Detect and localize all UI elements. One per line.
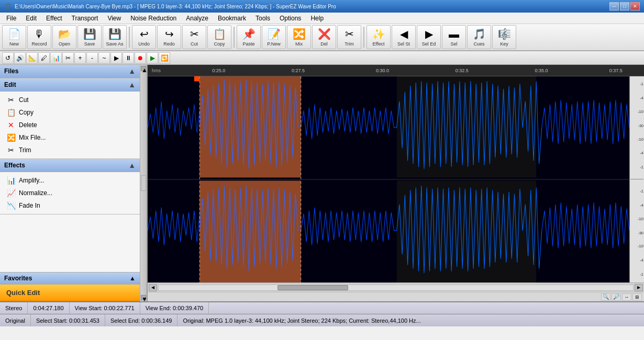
tb2-btn-13[interactable]: ▶ <box>147 52 158 64</box>
timeline-label-hms: hms <box>152 68 161 73</box>
tb2-btn-12[interactable]: ⏺ <box>135 52 146 64</box>
zoom-in-button[interactable]: 🔍 <box>601 293 610 301</box>
edit-mix-file[interactable]: 🔀 Mix File... <box>0 131 140 144</box>
toolbar2: ↺ 🔊 📐 🖊 📊 ✂ + - ~ ▶ ⏸ ⏺ ▶ 🔁 <box>0 51 644 65</box>
zoom-out-button[interactable]: 🔎 <box>612 293 621 301</box>
tb2-btn-3[interactable]: 📐 <box>26 52 38 64</box>
effect-amplify[interactable]: 📊 Amplify... <box>0 174 140 187</box>
menu-item-file[interactable]: File <box>2 14 20 23</box>
toolbar-btn-trim[interactable]: ✂Trim <box>337 25 361 49</box>
toolbar-icon-record: 🎙 <box>34 28 45 40</box>
db-label-10d: -10 <box>630 244 643 248</box>
toolbar-icon-effect: ✨ <box>372 28 385 40</box>
toolbar-label-p-new: P.New <box>267 41 280 47</box>
toolbar-btn-cues[interactable]: 🎵Cues <box>467 25 491 49</box>
edit-trim[interactable]: ✂ Trim <box>0 144 140 156</box>
menu-item-analyze[interactable]: Analyze <box>182 14 213 23</box>
menu-item-edit[interactable]: Edit <box>21 14 41 23</box>
scroll-left-btn[interactable]: ◀ <box>149 284 157 291</box>
toolbar-btn-sel[interactable]: ▬Sel <box>442 25 466 49</box>
waveform-canvas-area[interactable] <box>148 76 629 282</box>
toolbar-btn-del[interactable]: ❌Del <box>312 25 336 49</box>
toolbar-btn-cut[interactable]: ✂Cut <box>182 25 206 49</box>
toolbar-btn-effect[interactable]: ✨Effect <box>367 25 391 49</box>
tb2-btn-8[interactable]: - <box>86 52 98 64</box>
minimize-button[interactable]: ─ <box>609 2 619 10</box>
files-header[interactable]: Files ▲ <box>0 65 140 78</box>
menu-item-help[interactable]: Help <box>306 14 328 23</box>
zoom-sel-button[interactable]: ⊞ <box>632 293 642 301</box>
effects-section: Effects ▲ 📊 Amplify... 📈 Normalize... 📉 … <box>0 159 140 214</box>
menu-item-effect[interactable]: Effect <box>42 14 66 23</box>
db-label-1a: -1 <box>630 82 643 86</box>
tb2-btn-11[interactable]: ⏸ <box>123 52 134 64</box>
toolbar-btn-redo[interactable]: ↪Redo <box>157 25 181 49</box>
fade-in-label: Fade In <box>19 202 40 209</box>
tb2-btn-6[interactable]: ✂ <box>62 52 74 64</box>
mix-file-label: Mix File... <box>19 134 46 141</box>
edit-collapse-icon: ▲ <box>128 81 136 89</box>
toolbar-label-record: Record <box>31 41 47 47</box>
edit-header[interactable]: Edit ▲ <box>0 78 140 92</box>
tb2-btn-14[interactable]: 🔁 <box>159 52 170 64</box>
scroll-down-btn[interactable]: ▼ <box>141 295 146 300</box>
toolbar-separator-14 <box>363 27 364 48</box>
timeline-marker-0325: 0:32.5 <box>456 68 469 73</box>
h-scrollbar[interactable]: ◀ ▶ <box>148 282 644 292</box>
scroll-right-btn[interactable]: ▶ <box>635 284 643 291</box>
close-button[interactable]: ✕ <box>630 2 640 10</box>
tb2-btn-10[interactable]: ▶ <box>110 52 122 64</box>
menu-item-noise-reduction[interactable]: Noise Reduction <box>126 14 181 23</box>
tb2-btn-7[interactable]: + <box>74 52 86 64</box>
left-panel: Files ▲ Edit ▲ ✂ Cut 📋 C <box>0 65 140 301</box>
quick-edit-button[interactable]: Quick Edit <box>0 285 140 301</box>
edit-cut[interactable]: ✂ Cut <box>0 94 140 106</box>
h-scroll-track[interactable] <box>158 285 634 291</box>
menu-item-tools[interactable]: Tools <box>251 14 274 23</box>
quick-edit-label: Quick Edit <box>6 289 40 297</box>
left-scrollbar[interactable]: ▲ ▼ <box>140 65 147 301</box>
menu-item-bookmark[interactable]: Bookmark <box>214 14 250 23</box>
toolbar-btn-undo[interactable]: ↩Undo <box>132 25 156 49</box>
menu-item-transport[interactable]: Transport <box>68 14 103 23</box>
tb2-btn-1[interactable]: ↺ <box>2 52 14 64</box>
toolbar-btn-copy[interactable]: 📋Copy <box>207 25 231 49</box>
toolbar-btn-p-new[interactable]: 📝P.New <box>262 25 286 49</box>
maximize-button[interactable]: □ <box>620 2 629 10</box>
timeline-marker-0275: 0:27.5 <box>292 68 305 73</box>
effect-normalize[interactable]: 📈 Normalize... <box>0 187 140 199</box>
menu-item-view[interactable]: View <box>103 14 125 23</box>
toolbar-btn-save-as[interactable]: 💾Save As <box>103 25 127 49</box>
toolbar-btn-record[interactable]: 🎙Record <box>27 25 51 49</box>
effect-fade-in[interactable]: 📉 Fade In <box>0 199 140 212</box>
zoom-fit-button[interactable]: ↔ <box>622 293 631 301</box>
favorites-header[interactable]: Favorites ▲ <box>0 272 140 285</box>
toolbar-btn-save[interactable]: 💾Save <box>77 25 102 49</box>
title-bar-left: 🎵 E:\Users\Owner\Music\Mariah Carey-Bye … <box>4 3 336 10</box>
effects-header[interactable]: Effects ▲ <box>0 159 140 172</box>
toolbar-btn-open[interactable]: 📂Open <box>52 25 76 49</box>
db-label-1c: -1 <box>630 189 643 194</box>
tb2-btn-4[interactable]: 🖊 <box>38 52 50 64</box>
waveform-and-scale: -1 -4 -10 -90 -10 -4 -1 -1 -4 -10 -90 -1… <box>148 76 644 282</box>
edit-section: Edit ▲ ✂ Cut 📋 Copy ✕ Delete <box>0 78 140 159</box>
toolbar-btn-paste[interactable]: 📌Paste <box>237 25 261 49</box>
toolbar-btn-sel-st[interactable]: ◀Sel St <box>392 25 416 49</box>
tb2-btn-9[interactable]: ~ <box>98 52 110 64</box>
toolbar-icon-cut: ✂ <box>190 28 199 40</box>
toolbar-label-key: Key <box>500 41 508 47</box>
toolbar-label-cut: Cut <box>191 41 198 47</box>
h-scroll-thumb[interactable] <box>277 285 349 290</box>
db-scale: -1 -4 -10 -90 -10 -4 -1 -1 -4 -10 -90 -1… <box>629 76 644 282</box>
edit-copy[interactable]: 📋 Copy <box>0 106 140 119</box>
edit-delete[interactable]: ✕ Delete <box>0 119 140 131</box>
tb2-btn-2[interactable]: 🔊 <box>14 52 26 64</box>
tb2-btn-5[interactable]: 📊 <box>50 52 62 64</box>
menu-item-options[interactable]: Options <box>275 14 305 23</box>
toolbar-btn-new[interactable]: 📄New <box>2 25 26 49</box>
toolbar-btn-sel-ed[interactable]: ▶Sel Ed <box>417 25 441 49</box>
toolbar-btn-key[interactable]: 🎼Key <box>492 25 516 49</box>
scroll-thumb[interactable] <box>141 175 146 191</box>
toolbar-btn-mix[interactable]: 🔀Mix <box>287 25 311 49</box>
scroll-up-btn[interactable]: ▲ <box>141 66 146 71</box>
